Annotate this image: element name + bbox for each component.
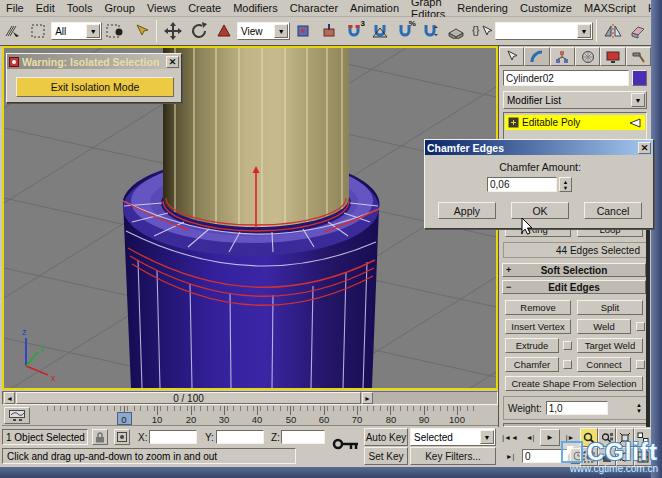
z-coordinate-field[interactable]: [281, 430, 325, 444]
named-selection-sets-icon[interactable]: [445, 19, 469, 43]
maximize-viewport-toggle-button[interactable]: [634, 447, 652, 466]
next-frame-button[interactable]: |►: [562, 429, 578, 446]
cancel-button[interactable]: Cancel: [584, 202, 642, 219]
auto-key-button[interactable]: Auto Key: [364, 428, 408, 446]
menu-views[interactable]: Views: [141, 1, 182, 15]
tab-create[interactable]: [499, 47, 524, 66]
play-button[interactable]: ►: [540, 429, 560, 446]
manipulate-icon[interactable]: [317, 19, 341, 43]
object-name-field[interactable]: [503, 70, 629, 86]
time-slider-handle[interactable]: 0 / 100: [16, 392, 361, 404]
arc-rotate-button[interactable]: [616, 447, 634, 466]
set-key-button[interactable]: Set Key: [364, 447, 408, 465]
selection-filter-dropdown[interactable]: All ▼: [51, 22, 102, 40]
rollout-edit-edges[interactable]: − Edit Edges: [502, 280, 646, 294]
time-slider-prev-button[interactable]: ◄: [4, 392, 15, 404]
tab-modify[interactable]: [524, 47, 549, 66]
menu-customize[interactable]: Customize: [514, 1, 578, 15]
reference-coordsys-dropdown[interactable]: View ▼: [237, 22, 290, 40]
warning-dialog-title-bar[interactable]: Warning: Isolated Selection ✕: [7, 54, 181, 69]
angle-snap-icon[interactable]: [368, 19, 392, 43]
tab-display[interactable]: [600, 47, 625, 66]
selection-region-icon[interactable]: [27, 19, 51, 43]
menu-edit[interactable]: Edit: [30, 1, 61, 15]
track-bar-ruler[interactable]: 0 10 20 30 40 50 60 70 80 90 100: [47, 406, 475, 426]
menu-character[interactable]: Character: [284, 1, 344, 15]
menu-file[interactable]: File: [0, 1, 30, 15]
previous-frame-button[interactable]: ◄|: [522, 429, 538, 446]
tab-hierarchy[interactable]: [550, 47, 575, 66]
chamfer-settings-button[interactable]: [563, 360, 572, 369]
zoom-all-button[interactable]: [598, 428, 616, 447]
edit-named-selections-icon[interactable]: {}: [470, 19, 494, 43]
apply-button[interactable]: Apply: [438, 202, 496, 219]
panel-scrollbar[interactable]: [646, 229, 650, 427]
menu-maxscript[interactable]: MAXScript: [578, 1, 642, 15]
chamfer-amount-field[interactable]: [487, 177, 557, 192]
connect-settings-button[interactable]: [636, 360, 645, 369]
chevron-down-icon[interactable]: ▼: [86, 24, 100, 38]
exit-isolation-mode-button[interactable]: Exit Isolation Mode: [16, 77, 174, 97]
remove-button[interactable]: Remove: [505, 300, 571, 315]
selection-lock-button[interactable]: [92, 429, 108, 445]
chamfer-dialog-title-bar[interactable]: Chamfer Edges ✕: [425, 140, 653, 155]
menu-create[interactable]: Create: [182, 1, 227, 15]
absolute-offset-toggle-button[interactable]: [114, 429, 130, 445]
mini-curve-editor-button[interactable]: [4, 407, 30, 424]
align-icon[interactable]: [626, 19, 650, 43]
select-object-icon[interactable]: [103, 19, 127, 43]
menu-modifiers[interactable]: Modifiers: [227, 1, 284, 15]
select-by-name-icon[interactable]: [129, 19, 153, 43]
percent-snap-icon[interactable]: %: [393, 19, 417, 43]
chevron-down-icon[interactable]: ▼: [577, 24, 591, 38]
expand-subobject-icon[interactable]: [508, 117, 519, 128]
ok-button[interactable]: OK: [511, 202, 569, 219]
tab-utilities[interactable]: [626, 47, 651, 66]
go-to-start-button[interactable]: |◄◄: [500, 429, 520, 446]
split-button[interactable]: Split: [577, 300, 643, 315]
pin-stack-icon[interactable]: [629, 118, 641, 128]
x-coordinate-field[interactable]: [149, 430, 197, 444]
close-icon[interactable]: ✕: [166, 56, 179, 68]
spinner-snap-icon[interactable]: [419, 19, 443, 43]
chamfer-button[interactable]: Chamfer: [505, 357, 559, 372]
modifier-list-dropdown[interactable]: Modifier List ▼: [503, 91, 647, 109]
object-color-swatch[interactable]: [632, 70, 647, 86]
target-weld-button[interactable]: Target Weld: [577, 338, 643, 353]
create-shape-button[interactable]: Create Shape From Selection: [505, 376, 643, 391]
snap-toggle-icon[interactable]: 3: [342, 19, 366, 43]
zoom-extents-button[interactable]: [616, 428, 634, 447]
move-icon[interactable]: [161, 19, 185, 43]
weight-field[interactable]: [546, 401, 608, 415]
pan-button[interactable]: [598, 447, 616, 466]
track-bar[interactable]: 0 10 20 30 40 50 60 70 80 90 100: [2, 406, 498, 426]
rollout-soft-selection[interactable]: + Soft Selection: [502, 263, 646, 277]
time-slider[interactable]: ◄ 0 / 100 ►: [2, 391, 498, 405]
insert-vertex-button[interactable]: Insert Vertex: [505, 319, 571, 334]
go-to-end-button[interactable]: ►|: [500, 448, 520, 465]
rotate-icon[interactable]: [187, 19, 211, 43]
tab-motion[interactable]: [575, 47, 600, 66]
use-center-icon[interactable]: [291, 19, 315, 43]
connect-button[interactable]: Connect: [577, 357, 631, 372]
weld-button[interactable]: Weld: [577, 319, 631, 334]
extrude-button[interactable]: Extrude: [505, 338, 559, 353]
current-frame-field[interactable]: [522, 449, 568, 463]
key-filters-button[interactable]: Key Filters...: [410, 447, 496, 465]
scale-icon[interactable]: [213, 19, 237, 43]
mirror-icon[interactable]: [601, 19, 625, 43]
zoom-tool-button[interactable]: [580, 428, 598, 447]
chevron-down-icon[interactable]: ▼: [631, 93, 645, 107]
menu-rendering[interactable]: Rendering: [451, 1, 514, 15]
named-selection-dropdown[interactable]: ▼: [495, 22, 593, 40]
menu-animation[interactable]: Animation: [344, 1, 405, 15]
select-and-link-icon[interactable]: [1, 19, 25, 43]
weld-settings-button[interactable]: [636, 322, 645, 331]
close-icon[interactable]: ✕: [638, 142, 651, 154]
menu-tools[interactable]: Tools: [61, 1, 99, 15]
region-zoom-button[interactable]: [580, 447, 598, 466]
chevron-down-icon[interactable]: ▼: [274, 24, 288, 38]
time-slider-next-button[interactable]: ►: [362, 392, 373, 404]
weight-spinner[interactable]: ▲▼: [636, 402, 642, 414]
zoom-extents-all-button[interactable]: [634, 428, 652, 447]
